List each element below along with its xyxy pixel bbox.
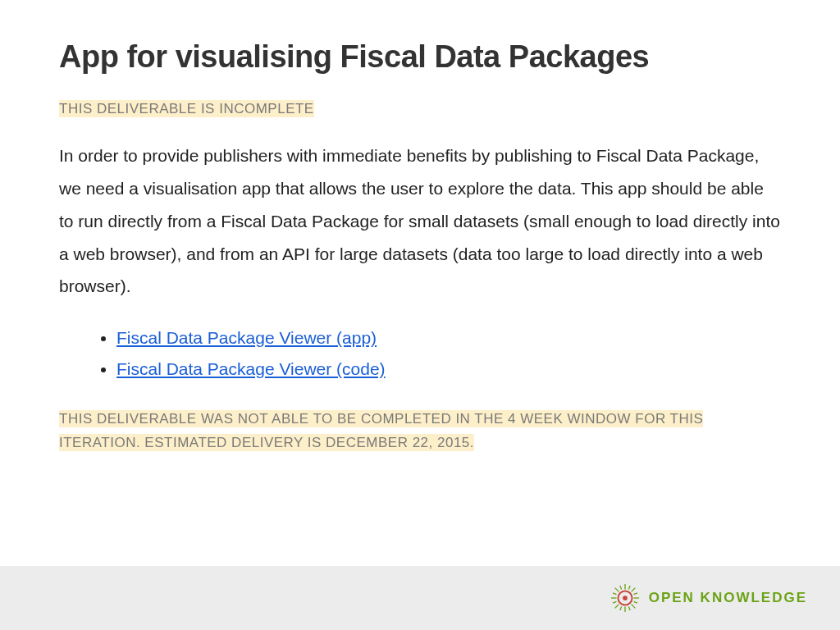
brand-name: OPEN KNOWLEDGE <box>649 590 807 606</box>
open-knowledge-icon <box>609 582 641 614</box>
svg-line-6 <box>614 588 619 592</box>
svg-line-7 <box>631 605 635 609</box>
notice-incomplete: THIS DELIVERABLE IS INCOMPLETE <box>59 100 314 117</box>
content-area: App for visualising Fiscal Data Packages… <box>0 0 840 455</box>
links-list: Fiscal Data Package Viewer (app) Fiscal … <box>59 322 781 385</box>
svg-point-1 <box>623 596 628 600</box>
slide: App for visualising Fiscal Data Packages… <box>0 0 840 630</box>
page-title: App for visualising Fiscal Data Packages <box>59 39 781 75</box>
footer-bar: OPEN KNOWLEDGE <box>0 566 840 630</box>
svg-line-13 <box>628 607 630 610</box>
svg-line-15 <box>613 601 616 603</box>
svg-line-8 <box>631 588 635 592</box>
svg-line-10 <box>628 586 630 589</box>
viewer-app-link[interactable]: Fiscal Data Package Viewer (app) <box>116 328 377 347</box>
svg-line-12 <box>620 586 622 589</box>
svg-line-16 <box>613 593 616 595</box>
description-paragraph: In order to provide publishers with imme… <box>59 139 781 303</box>
notice-incomplete-wrap: THIS DELIVERABLE IS INCOMPLETE <box>59 98 781 121</box>
svg-line-17 <box>633 601 637 603</box>
brand-logo: OPEN KNOWLEDGE <box>609 582 807 614</box>
notice-delay: THIS DELIVERABLE WAS NOT ABLE TO BE COMP… <box>59 410 703 451</box>
svg-line-11 <box>620 607 622 610</box>
viewer-code-link[interactable]: Fiscal Data Package Viewer (code) <box>116 359 386 378</box>
list-item: Fiscal Data Package Viewer (code) <box>116 354 781 385</box>
svg-line-9 <box>614 605 619 609</box>
list-item: Fiscal Data Package Viewer (app) <box>116 322 781 354</box>
svg-line-14 <box>633 593 637 595</box>
notice-delay-wrap: THIS DELIVERABLE WAS NOT ABLE TO BE COMP… <box>59 408 781 455</box>
